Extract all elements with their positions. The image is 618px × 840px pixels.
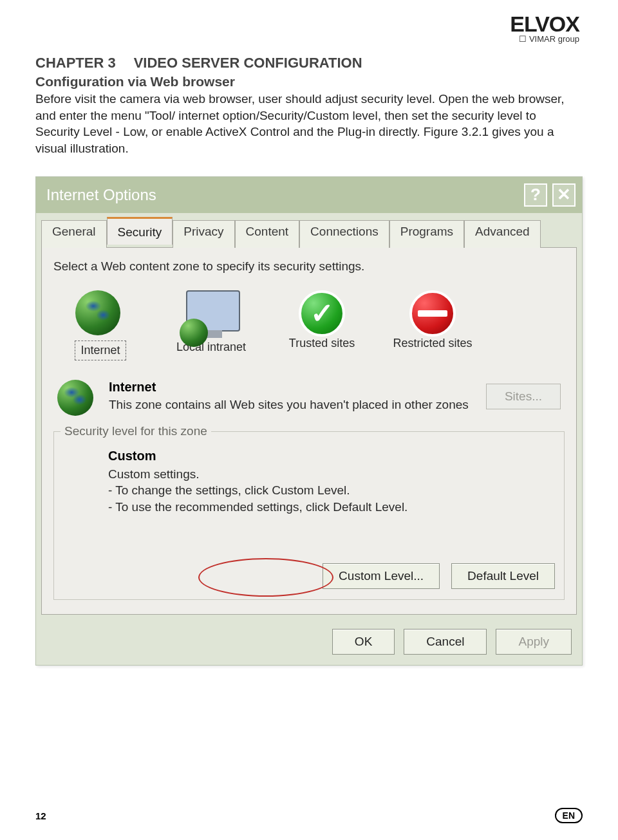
sites-button[interactable]: Sites... xyxy=(486,384,561,409)
internet-options-dialog: Internet Options ? ✕ General Security Pr… xyxy=(35,176,583,666)
zone-detail-heading: Internet xyxy=(109,380,476,395)
cancel-button[interactable]: Cancel xyxy=(404,629,487,655)
page-number: 12 xyxy=(35,810,46,821)
globe-icon xyxy=(75,290,126,341)
dialog-title: Internet Options xyxy=(46,186,156,204)
check-icon: ✓ xyxy=(299,290,345,337)
zone-prompt: Select a Web content zone to specify its… xyxy=(53,259,565,274)
stop-icon xyxy=(409,290,456,337)
sub-heading: Configuration via Web browser xyxy=(35,74,583,89)
intro-paragraph: Before visit the camera via web browser,… xyxy=(35,91,583,157)
tab-general[interactable]: General xyxy=(41,220,107,248)
brand-group: ☐ VIMAR group xyxy=(510,34,579,44)
chapter-heading: CHAPTER 3VIDEO SERVER CONFIGURATION xyxy=(35,55,583,71)
tab-programs[interactable]: Programs xyxy=(389,220,464,248)
tab-content[interactable]: Content xyxy=(235,220,300,248)
globe-icon xyxy=(57,380,98,416)
zone-restricted-sites[interactable]: Restricted sites xyxy=(391,290,474,360)
language-badge: EN xyxy=(555,808,583,823)
tab-security[interactable]: Security xyxy=(107,217,173,245)
security-level-frame: Security level for this zone Custom Cust… xyxy=(53,431,565,600)
tab-strip: General Security Privacy Content Connect… xyxy=(36,213,582,247)
page-footer: 12 EN xyxy=(35,808,583,823)
zone-label: Internet xyxy=(75,341,126,360)
close-button[interactable]: ✕ xyxy=(552,183,576,207)
brand-block: ELVOX ☐ VIMAR group xyxy=(510,12,579,44)
default-level-button[interactable]: Default Level xyxy=(451,563,555,589)
custom-level-button[interactable]: Custom Level... xyxy=(323,563,440,589)
custom-line: Custom settings. xyxy=(108,466,555,483)
monitor-globe-icon xyxy=(186,290,236,341)
highlight-ellipse xyxy=(198,558,333,597)
tab-connections[interactable]: Connections xyxy=(299,220,389,248)
ok-button[interactable]: OK xyxy=(332,629,395,655)
apply-button[interactable]: Apply xyxy=(496,629,572,655)
zone-detail-desc: This zone contains all Web sites you hav… xyxy=(109,397,476,413)
dialog-titlebar: Internet Options ? ✕ xyxy=(36,177,582,213)
zone-label: Trusted sites xyxy=(289,337,355,350)
zone-local-intranet[interactable]: Local intranet xyxy=(169,290,253,360)
frame-legend: Security level for this zone xyxy=(61,424,211,438)
zone-internet[interactable]: Internet xyxy=(59,290,142,360)
zone-trusted-sites[interactable]: ✓ Trusted sites xyxy=(280,290,364,360)
tab-advanced[interactable]: Advanced xyxy=(464,220,541,248)
tab-privacy[interactable]: Privacy xyxy=(173,220,234,248)
help-button[interactable]: ? xyxy=(524,183,547,207)
custom-line: - To use the recommended settings, click… xyxy=(108,499,555,516)
custom-heading: Custom xyxy=(108,449,555,463)
custom-line: - To change the settings, click Custom L… xyxy=(108,482,555,499)
security-tab-body: Select a Web content zone to specify its… xyxy=(41,247,577,615)
dialog-footer-buttons: OK Cancel Apply xyxy=(36,620,582,665)
zone-icons: Internet Local intranet ✓ Trusted sites … xyxy=(53,285,565,369)
brand-name: ELVOX xyxy=(510,12,579,37)
zone-description: Internet This zone contains all Web site… xyxy=(53,369,565,422)
zone-label: Restricted sites xyxy=(393,337,472,350)
